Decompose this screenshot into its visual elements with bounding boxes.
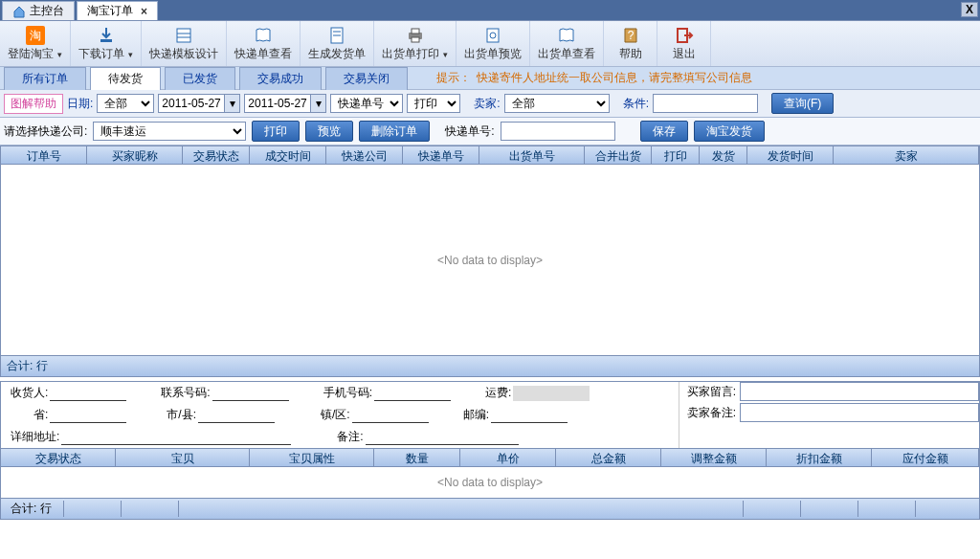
- preview-button[interactable]: 预览: [305, 121, 353, 142]
- view-shipment-button[interactable]: 出货单查看: [530, 21, 604, 66]
- col-ship[interactable]: 发货: [700, 146, 747, 164]
- svg-text:淘: 淘: [30, 29, 41, 42]
- search-field-select[interactable]: 快递单号: [330, 94, 403, 113]
- svg-rect-10: [412, 29, 419, 34]
- date-from-picker[interactable]: ▾: [158, 94, 240, 113]
- download-icon: [96, 25, 117, 46]
- save-button[interactable]: 保存: [640, 121, 688, 142]
- remark-value: [366, 430, 519, 445]
- seller-note-input[interactable]: [740, 403, 979, 422]
- col2-total[interactable]: 总金额: [556, 449, 661, 466]
- chevron-down-icon[interactable]: ▾: [225, 94, 240, 113]
- province-value: [50, 408, 126, 423]
- graphic-help-button[interactable]: 图解帮助: [4, 94, 63, 114]
- orders-table-footer: 合计: 行: [0, 356, 980, 377]
- help-button[interactable]: ? 帮助: [604, 21, 657, 66]
- exit-button[interactable]: 退出: [657, 21, 711, 66]
- taobao-ship-button[interactable]: 淘宝发货: [694, 121, 765, 142]
- subtab-success[interactable]: 交易成功: [239, 67, 322, 90]
- svg-rect-2: [100, 39, 112, 42]
- download-orders-button[interactable]: 下载订单: [71, 21, 142, 66]
- template-design-button[interactable]: 快递模板设计: [142, 21, 227, 66]
- empty-placeholder-2: <No data to display>: [437, 476, 543, 489]
- zip-value: [491, 408, 568, 423]
- taobao-icon: 淘: [25, 25, 46, 46]
- date-range-select[interactable]: 全部: [97, 94, 154, 113]
- doc-icon: [326, 25, 347, 46]
- date-label: 日期:: [67, 96, 93, 112]
- col-status[interactable]: 交易状态: [183, 146, 250, 164]
- col-merge[interactable]: 合并出货: [585, 146, 652, 164]
- print-button[interactable]: 打印: [252, 121, 300, 142]
- buyer-msg-input[interactable]: [740, 382, 979, 401]
- buyer-msg-label: 买家留言:: [687, 384, 736, 400]
- seller-select[interactable]: 全部: [504, 94, 610, 113]
- city-value: [198, 408, 275, 423]
- condition-label: 条件:: [623, 96, 649, 112]
- query-button[interactable]: 查询(F): [771, 93, 834, 114]
- svg-text:?: ?: [627, 29, 634, 42]
- order-subtabs: 所有订单 待发货 已发货 交易成功 交易关闭 提示： 快递寄件人地址统一取公司信…: [0, 67, 980, 90]
- svg-rect-3: [177, 29, 190, 42]
- col-orderid[interactable]: 订单号: [1, 146, 87, 164]
- express-query-button[interactable]: 快递单查看: [227, 21, 301, 66]
- address-value: [61, 430, 291, 445]
- subtab-closed[interactable]: 交易关闭: [325, 67, 408, 90]
- col2-item[interactable]: 宝贝: [116, 449, 250, 466]
- date-to-picker[interactable]: ▾: [244, 94, 326, 113]
- subtab-all[interactable]: 所有订单: [4, 67, 86, 90]
- chevron-down-icon[interactable]: ▾: [311, 94, 326, 113]
- print-filter-select[interactable]: 打印: [407, 94, 460, 113]
- items-table-footer: 合计: 行: [1, 498, 979, 519]
- col-courier[interactable]: 快递公司: [326, 146, 403, 164]
- tab-main[interactable]: 主控台: [2, 1, 75, 20]
- main-toolbar: 淘 登陆淘宝 下载订单 快递模板设计 快递单查看 生成发货单 出货单打印 出货单…: [0, 21, 980, 67]
- order-detail-panel: 收货人: 联系号码: 手机号码: 运费: 省: 市/县: 镇/区: 邮编: 详细…: [0, 381, 980, 520]
- action-bar: 请选择快递公司: 顺丰速运 打印 预览 删除订单 快递单号: 保存 淘宝发货: [0, 118, 980, 145]
- tab-orders-label: 淘宝订单: [87, 3, 133, 19]
- date-to-input[interactable]: [244, 94, 311, 113]
- svg-rect-12: [487, 29, 499, 42]
- orders-table-body: <No data to display>: [0, 165, 980, 356]
- orders-table-header: 订单号 买家昵称 交易状态 成交时间 快递公司 快递单号 出货单号 合并出货 打…: [0, 145, 980, 165]
- col2-payable[interactable]: 应付金额: [872, 449, 979, 466]
- home-icon: [12, 5, 26, 18]
- col2-attr[interactable]: 宝贝属性: [250, 449, 374, 466]
- window-close-button[interactable]: X: [961, 2, 978, 17]
- filter-bar: 图解帮助 日期: 全部 ▾ ▾ 快递单号 打印 卖家: 全部 条件: 查询(F): [0, 90, 980, 118]
- window-tabbar: 主控台 淘宝订单 × X: [0, 0, 980, 21]
- items-table-header: 交易状态 宝贝 宝贝属性 数量 单价 总金额 调整金额 折扣金额 应付金额: [1, 448, 979, 467]
- delete-order-button[interactable]: 删除订单: [359, 121, 430, 142]
- col2-discount[interactable]: 折扣金额: [767, 449, 872, 466]
- date-from-input[interactable]: [158, 94, 225, 113]
- tab-orders[interactable]: 淘宝订单 ×: [77, 1, 158, 20]
- pick-courier-label: 请选择快递公司:: [4, 123, 87, 140]
- col-print[interactable]: 打印: [652, 146, 700, 164]
- seller-note-label: 卖家备注:: [687, 405, 736, 421]
- col2-adjust[interactable]: 调整金额: [661, 449, 767, 466]
- courier-select[interactable]: 顺丰速运: [93, 122, 246, 141]
- close-icon[interactable]: ×: [141, 5, 147, 18]
- condition-input[interactable]: [653, 94, 758, 113]
- preview-shipment-button[interactable]: 出货单预览: [457, 21, 530, 66]
- col-buyer[interactable]: 买家昵称: [87, 146, 183, 164]
- help-icon: ?: [620, 25, 641, 46]
- subtab-shipped[interactable]: 已发货: [165, 67, 235, 90]
- print-shipment-button[interactable]: 出货单打印: [374, 21, 457, 66]
- generate-shipment-button[interactable]: 生成发货单: [301, 21, 374, 66]
- col2-price[interactable]: 单价: [460, 449, 556, 466]
- login-taobao-button[interactable]: 淘 登陆淘宝: [0, 21, 71, 66]
- col-trackno[interactable]: 快递单号: [403, 146, 479, 164]
- col2-status[interactable]: 交易状态: [1, 449, 116, 466]
- empty-placeholder: <No data to display>: [437, 254, 543, 267]
- col-shipno[interactable]: 出货单号: [479, 146, 585, 164]
- col-seller[interactable]: 卖家: [834, 146, 979, 164]
- trackno-label: 快递单号:: [445, 123, 494, 140]
- col-shiptime[interactable]: 发货时间: [747, 146, 834, 164]
- trackno-input[interactable]: [501, 122, 615, 141]
- subtab-pending[interactable]: 待发货: [90, 67, 161, 90]
- col2-qty[interactable]: 数量: [374, 449, 460, 466]
- recipient-value: [50, 386, 126, 401]
- col-dealtime[interactable]: 成交时间: [250, 146, 326, 164]
- notes-panel: 买家留言: 卖家备注:: [679, 382, 979, 448]
